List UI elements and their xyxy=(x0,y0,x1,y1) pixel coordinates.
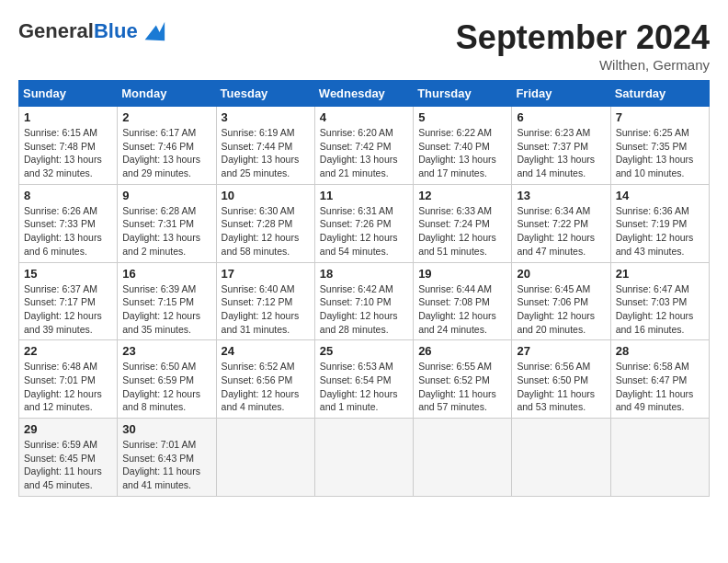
table-row: 21Sunrise: 6:47 AM Sunset: 7:03 PM Dayli… xyxy=(610,262,709,340)
day-number: 22 xyxy=(24,344,112,358)
col-tuesday: Tuesday xyxy=(216,81,314,107)
logo-general: GeneralBlue xyxy=(18,20,138,42)
day-number: 5 xyxy=(418,110,506,124)
day-info: Sunrise: 6:55 AM Sunset: 6:52 PM Dayligh… xyxy=(418,360,506,414)
day-number: 21 xyxy=(616,267,704,281)
day-info: Sunrise: 6:37 AM Sunset: 7:17 PM Dayligh… xyxy=(24,282,112,337)
day-info: Sunrise: 6:39 AM Sunset: 7:15 PM Dayligh… xyxy=(122,282,210,337)
table-row: 8Sunrise: 6:26 AM Sunset: 7:33 PM Daylig… xyxy=(19,184,118,262)
calendar-table: Sunday Monday Tuesday Wednesday Thursday… xyxy=(18,80,710,497)
table-row: 20Sunrise: 6:45 AM Sunset: 7:06 PM Dayli… xyxy=(512,262,610,340)
day-number: 27 xyxy=(517,344,605,358)
day-info: Sunrise: 6:36 AM Sunset: 7:19 PM Dayligh… xyxy=(616,204,704,259)
calendar-week-row: 29Sunrise: 6:59 AM Sunset: 6:45 PM Dayli… xyxy=(19,419,710,497)
table-row: 17Sunrise: 6:40 AM Sunset: 7:12 PM Dayli… xyxy=(216,262,314,340)
day-info: Sunrise: 6:26 AM Sunset: 7:33 PM Dayligh… xyxy=(24,204,112,259)
table-row: 19Sunrise: 6:44 AM Sunset: 7:08 PM Dayli… xyxy=(414,262,512,340)
table-row: 30Sunrise: 7:01 AM Sunset: 6:43 PM Dayli… xyxy=(118,419,216,497)
day-number: 16 xyxy=(122,267,210,281)
logo: GeneralBlue xyxy=(18,18,166,44)
day-number: 12 xyxy=(418,189,506,202)
table-row: 16Sunrise: 6:39 AM Sunset: 7:15 PM Dayli… xyxy=(118,262,216,340)
day-number: 20 xyxy=(517,267,605,281)
calendar-week-row: 1Sunrise: 6:15 AM Sunset: 7:48 PM Daylig… xyxy=(19,107,710,185)
day-number: 1 xyxy=(24,110,112,124)
day-info: Sunrise: 6:47 AM Sunset: 7:03 PM Dayligh… xyxy=(616,282,704,337)
day-info: Sunrise: 6:53 AM Sunset: 6:54 PM Dayligh… xyxy=(320,360,408,414)
day-info: Sunrise: 6:25 AM Sunset: 7:35 PM Dayligh… xyxy=(616,126,704,180)
location-subtitle: Wilthen, Germany xyxy=(456,57,710,73)
day-number: 28 xyxy=(616,344,704,358)
table-row xyxy=(216,419,314,497)
day-number: 26 xyxy=(418,344,506,358)
title-block: September 2024 Wilthen, Germany xyxy=(456,18,710,73)
table-row: 11Sunrise: 6:31 AM Sunset: 7:26 PM Dayli… xyxy=(314,184,413,262)
day-number: 30 xyxy=(122,422,210,436)
table-row: 22Sunrise: 6:48 AM Sunset: 7:01 PM Dayli… xyxy=(19,340,118,419)
table-row: 7Sunrise: 6:25 AM Sunset: 7:35 PM Daylig… xyxy=(610,107,709,185)
calendar-week-row: 8Sunrise: 6:26 AM Sunset: 7:33 PM Daylig… xyxy=(19,184,710,262)
day-number: 10 xyxy=(222,189,310,202)
day-number: 19 xyxy=(418,267,506,281)
col-sunday: Sunday xyxy=(19,81,118,107)
day-info: Sunrise: 6:33 AM Sunset: 7:24 PM Dayligh… xyxy=(418,204,506,259)
day-info: Sunrise: 6:52 AM Sunset: 6:56 PM Dayligh… xyxy=(222,360,310,414)
day-number: 24 xyxy=(222,344,310,358)
table-row xyxy=(414,419,512,497)
day-info: Sunrise: 6:59 AM Sunset: 6:45 PM Dayligh… xyxy=(24,438,112,492)
table-row xyxy=(512,419,610,497)
day-number: 15 xyxy=(24,267,112,281)
day-info: Sunrise: 6:45 AM Sunset: 7:06 PM Dayligh… xyxy=(517,282,605,337)
month-title: September 2024 xyxy=(456,18,710,57)
table-row: 29Sunrise: 6:59 AM Sunset: 6:45 PM Dayli… xyxy=(19,419,118,497)
table-row: 18Sunrise: 6:42 AM Sunset: 7:10 PM Dayli… xyxy=(314,262,413,340)
svg-marker-0 xyxy=(144,22,164,41)
day-info: Sunrise: 6:20 AM Sunset: 7:42 PM Dayligh… xyxy=(320,126,408,180)
day-info: Sunrise: 6:17 AM Sunset: 7:46 PM Dayligh… xyxy=(122,126,210,180)
table-row: 25Sunrise: 6:53 AM Sunset: 6:54 PM Dayli… xyxy=(314,340,413,419)
day-info: Sunrise: 6:48 AM Sunset: 7:01 PM Dayligh… xyxy=(24,360,112,414)
day-info: Sunrise: 6:22 AM Sunset: 7:40 PM Dayligh… xyxy=(418,126,506,180)
day-number: 4 xyxy=(320,110,408,124)
table-row: 13Sunrise: 6:34 AM Sunset: 7:22 PM Dayli… xyxy=(512,184,610,262)
day-info: Sunrise: 6:56 AM Sunset: 6:50 PM Dayligh… xyxy=(517,360,605,414)
day-info: Sunrise: 6:42 AM Sunset: 7:10 PM Dayligh… xyxy=(320,282,408,337)
day-number: 6 xyxy=(517,110,605,124)
table-row: 5Sunrise: 6:22 AM Sunset: 7:40 PM Daylig… xyxy=(414,107,512,185)
day-info: Sunrise: 6:30 AM Sunset: 7:28 PM Dayligh… xyxy=(222,204,310,259)
day-number: 13 xyxy=(517,189,605,202)
day-info: Sunrise: 6:23 AM Sunset: 7:37 PM Dayligh… xyxy=(517,126,605,180)
day-number: 11 xyxy=(320,189,408,202)
logo-icon xyxy=(141,18,166,44)
day-info: Sunrise: 7:01 AM Sunset: 6:43 PM Dayligh… xyxy=(122,438,210,492)
table-row: 4Sunrise: 6:20 AM Sunset: 7:42 PM Daylig… xyxy=(314,107,413,185)
table-row: 15Sunrise: 6:37 AM Sunset: 7:17 PM Dayli… xyxy=(19,262,118,340)
day-info: Sunrise: 6:50 AM Sunset: 6:59 PM Dayligh… xyxy=(122,360,210,414)
table-row: 6Sunrise: 6:23 AM Sunset: 7:37 PM Daylig… xyxy=(512,107,610,185)
day-number: 7 xyxy=(616,110,704,124)
day-number: 3 xyxy=(222,110,310,124)
day-number: 2 xyxy=(122,110,210,124)
table-row: 26Sunrise: 6:55 AM Sunset: 6:52 PM Dayli… xyxy=(414,340,512,419)
table-row: 12Sunrise: 6:33 AM Sunset: 7:24 PM Dayli… xyxy=(414,184,512,262)
table-row xyxy=(610,419,709,497)
day-number: 8 xyxy=(24,189,112,202)
day-number: 17 xyxy=(222,267,310,281)
day-info: Sunrise: 6:31 AM Sunset: 7:26 PM Dayligh… xyxy=(320,204,408,259)
calendar-week-row: 22Sunrise: 6:48 AM Sunset: 7:01 PM Dayli… xyxy=(19,340,710,419)
table-row: 28Sunrise: 6:58 AM Sunset: 6:47 PM Dayli… xyxy=(610,340,709,419)
table-row: 24Sunrise: 6:52 AM Sunset: 6:56 PM Dayli… xyxy=(216,340,314,419)
calendar-header-row: Sunday Monday Tuesday Wednesday Thursday… xyxy=(19,81,710,107)
col-saturday: Saturday xyxy=(610,81,709,107)
col-wednesday: Wednesday xyxy=(314,81,413,107)
page-header: GeneralBlue September 2024 Wilthen, Germ… xyxy=(18,18,710,73)
col-friday: Friday xyxy=(512,81,610,107)
table-row: 23Sunrise: 6:50 AM Sunset: 6:59 PM Dayli… xyxy=(118,340,216,419)
day-number: 29 xyxy=(24,422,112,436)
table-row: 9Sunrise: 6:28 AM Sunset: 7:31 PM Daylig… xyxy=(118,184,216,262)
day-info: Sunrise: 6:58 AM Sunset: 6:47 PM Dayligh… xyxy=(616,360,704,414)
day-info: Sunrise: 6:34 AM Sunset: 7:22 PM Dayligh… xyxy=(517,204,605,259)
day-number: 25 xyxy=(320,344,408,358)
day-info: Sunrise: 6:44 AM Sunset: 7:08 PM Dayligh… xyxy=(418,282,506,337)
table-row: 1Sunrise: 6:15 AM Sunset: 7:48 PM Daylig… xyxy=(19,107,118,185)
